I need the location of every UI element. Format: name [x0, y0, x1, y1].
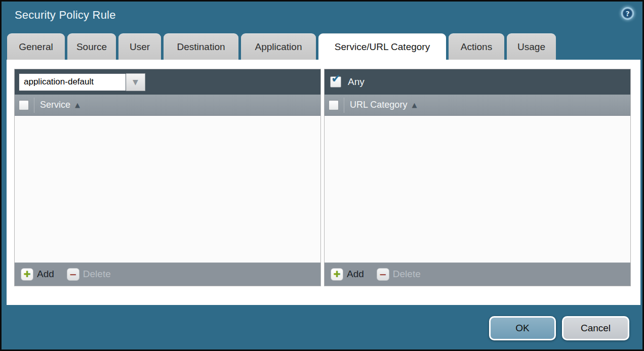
tab-application[interactable]: Application [241, 33, 316, 60]
delete-button-label: Delete [393, 269, 421, 280]
tab-destination[interactable]: Destination [164, 33, 238, 60]
tab-service-url-category[interactable]: Service/URL Category [318, 33, 446, 60]
tab-actions[interactable]: Actions [449, 33, 504, 60]
url-category-delete-button[interactable]: − Delete [377, 268, 421, 281]
minus-icon: − [67, 268, 79, 281]
url-category-column-header: URL Category ▲ [325, 95, 630, 116]
check-icon: ✔ [331, 73, 341, 84]
add-button-label: Add [347, 269, 364, 280]
delete-button-label: Delete [83, 269, 111, 280]
ok-button[interactable]: OK [489, 316, 556, 340]
service-add-button[interactable]: ✚ Add [21, 268, 54, 281]
url-category-panel-footer: ✚ Add − Delete [325, 262, 630, 286]
service-type-dropdown-value[interactable]: application-default [19, 73, 126, 91]
dialog-title: Security Policy Rule [15, 9, 116, 22]
service-delete-button[interactable]: − Delete [67, 268, 111, 281]
service-list [15, 116, 320, 262]
service-type-dropdown-button[interactable]: ▼ [126, 73, 145, 91]
service-panel-footer: ✚ Add − Delete [15, 262, 320, 286]
service-type-dropdown: application-default ▼ [19, 73, 145, 91]
cancel-button[interactable]: Cancel [562, 316, 629, 340]
security-policy-rule-dialog: { "dialog": { "title": "Security Policy … [0, 0, 644, 351]
url-category-column-label: URL Category [350, 100, 407, 110]
sort-ascending-icon[interactable]: ▲ [75, 101, 80, 109]
service-panel-toolbar: application-default ▼ [15, 69, 320, 95]
any-label: Any [348, 76, 365, 87]
service-panel: application-default ▼ Service ▲ ✚ Add − … [14, 69, 321, 286]
url-category-panel-toolbar: ✔ Any [325, 69, 630, 95]
plus-icon: ✚ [331, 268, 343, 281]
tab-bar: General Source User Destination Applicat… [7, 33, 556, 60]
tab-content-service-url-category: application-default ▼ Service ▲ ✚ Add − … [7, 60, 640, 305]
column-divider [344, 98, 344, 113]
any-row: ✔ Any [329, 76, 365, 87]
url-category-add-button[interactable]: ✚ Add [331, 268, 364, 281]
url-category-list [325, 116, 630, 262]
url-category-select-all-checkbox[interactable] [329, 100, 339, 110]
minus-icon: − [377, 268, 389, 281]
service-column-label: Service [40, 100, 70, 110]
tab-general[interactable]: General [7, 33, 65, 60]
service-select-all-checkbox[interactable] [19, 100, 29, 110]
add-button-label: Add [37, 269, 54, 280]
tab-usage[interactable]: Usage [507, 33, 556, 60]
plus-icon: ✚ [21, 268, 33, 281]
tab-source[interactable]: Source [67, 33, 116, 60]
service-column-header: Service ▲ [15, 95, 320, 116]
chevron-down-icon: ▼ [133, 78, 138, 86]
tab-user[interactable]: User [118, 33, 161, 60]
url-category-panel: ✔ Any URL Category ▲ ✚ Add − Delete [324, 69, 631, 286]
column-divider [34, 98, 34, 113]
any-checkbox[interactable]: ✔ [330, 76, 341, 87]
help-icon[interactable]: ? [621, 7, 634, 20]
sort-ascending-icon[interactable]: ▲ [412, 101, 417, 109]
